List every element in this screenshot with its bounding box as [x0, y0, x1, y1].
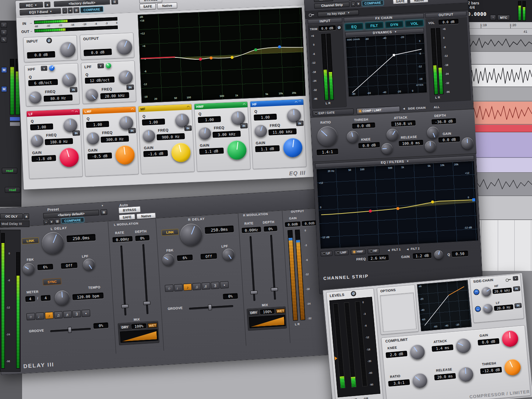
r-fbk-value[interactable]: 6% — [177, 255, 193, 261]
gain-knob[interactable] — [115, 145, 135, 165]
filt2-tab[interactable]: FILT 2 — [411, 247, 420, 251]
freq-value[interactable]: 11.00 kHz — [268, 128, 297, 135]
hf-listen-button[interactable]: ◠ — [473, 289, 479, 295]
band-shape-icon[interactable]: ◠ — [243, 103, 246, 106]
l-groove-slider[interactable] — [50, 328, 91, 332]
r-depth-slider[interactable] — [270, 235, 276, 300]
preset-prev-button[interactable]: - — [351, 1, 356, 7]
r-rate-slider[interactable] — [250, 236, 256, 301]
track-lane[interactable] — [465, 87, 532, 101]
l-lpf-knob[interactable] — [83, 258, 95, 271]
compare-button[interactable]: COMPARE — [61, 217, 84, 223]
gain-knob[interactable] — [171, 142, 191, 162]
release-value[interactable]: 100.0 ms — [399, 140, 423, 146]
preset-selector[interactable]: <factory default> — [54, 0, 110, 7]
insert-selector-button[interactable]: OC DLY — [0, 213, 23, 219]
gain-knob[interactable] — [59, 147, 79, 167]
q-value[interactable]: 1.00 — [198, 116, 221, 123]
ratio-knob[interactable] — [412, 372, 428, 388]
lpf-freq-knob[interactable] — [85, 88, 98, 101]
transfer-curve-graph[interactable]: dB -20 -40 -60 -60 -40 -20 — [417, 280, 472, 332]
freq-knob[interactable] — [87, 132, 99, 145]
insert-position-button[interactable]: a — [44, 1, 50, 7]
vol-value[interactable]: 0.0 dB — [438, 19, 459, 25]
input-gain-knob[interactable] — [60, 42, 76, 58]
r-link-button[interactable]: LINK — [161, 229, 179, 236]
eq-q-value[interactable]: 0.50 — [452, 251, 468, 257]
gain-knob[interactable] — [501, 330, 519, 347]
freq-knob[interactable] — [198, 127, 211, 140]
compare-button[interactable]: COMPARE — [80, 6, 103, 13]
whole-note-button[interactable]: ○ — [165, 285, 174, 292]
track-clip-salmon[interactable] — [465, 102, 532, 124]
knee-knob[interactable] — [381, 143, 393, 155]
quarter-note-button[interactable]: ♩ — [35, 312, 44, 319]
mute-button[interactable]: M — [1, 67, 7, 73]
band-tab-hf[interactable]: HF — [367, 248, 380, 254]
tempo-value[interactable]: 120.00 bpm — [73, 293, 104, 300]
quarter-note-button[interactable]: ♩ — [174, 284, 183, 291]
whole-note-button[interactable]: ○ — [27, 313, 35, 320]
r-lpf-knob[interactable] — [222, 248, 235, 261]
gain-knob[interactable] — [283, 138, 303, 158]
attack-knob[interactable] — [386, 128, 399, 141]
gain-value[interactable]: -1.6 dB — [143, 150, 168, 157]
track-clip-white[interactable] — [465, 65, 532, 87]
preset-next-button[interactable]: + — [49, 219, 54, 224]
gain-value[interactable]: 0.0 dB — [438, 137, 460, 143]
clock-icon[interactable]: ◔ — [490, 15, 496, 20]
l-mix-wedge-slider[interactable] — [120, 329, 158, 343]
plugin-selector[interactable]: EQ3 7-Band▾ — [20, 8, 61, 15]
librarian-menu-icon[interactable]: ▦ — [101, 209, 108, 215]
l-link-button[interactable]: LINK — [22, 237, 39, 244]
compare-button[interactable]: COMPARE — [362, 0, 384, 6]
native-selector[interactable]: Native — [137, 212, 156, 219]
r-depth-value[interactable]: 0% — [264, 226, 277, 232]
attack-value[interactable]: 1.4 ms — [431, 345, 453, 352]
options-box[interactable] — [380, 292, 417, 332]
ratio-knob[interactable] — [317, 126, 338, 147]
l-fbk-knob[interactable] — [22, 263, 35, 275]
dotted-note-button[interactable]: • — [81, 310, 90, 317]
l-delay-time-value[interactable]: 250.0ms — [67, 234, 96, 243]
track-selector[interactable]: MX▾ — [314, 0, 333, 2]
gain-knob[interactable] — [461, 137, 474, 150]
grid-tool-icon[interactable]: ≡ — [1, 29, 7, 35]
dotted-note-button[interactable]: • — [220, 281, 229, 289]
q-value[interactable]: 1.00 — [254, 114, 277, 121]
settings-menu-icon[interactable]: ▦ — [73, 7, 80, 13]
thresh-knob[interactable] — [346, 131, 359, 143]
hf-freq-knob[interactable] — [481, 286, 492, 297]
safe-button[interactable]: SAFE — [140, 3, 156, 10]
strip-eq-graph[interactable]: 20 Hz 50 100 500 1k 5k 10k 20k +12 0 -12… — [316, 161, 479, 249]
knee-value[interactable]: 0.0 dB — [358, 142, 380, 148]
preset-prev-button[interactable]: - — [43, 219, 49, 225]
freq-knob[interactable] — [254, 124, 267, 137]
q-value[interactable]: 1.00 — [30, 123, 53, 130]
eq-curve-display[interactable]: dB +18+12+60-6-12-18 20 50 100 500 1k 5k… — [138, 8, 306, 103]
wet-button[interactable]: WET — [276, 308, 285, 314]
preset-next-button[interactable]: + — [68, 8, 73, 14]
depth-knob[interactable] — [427, 127, 439, 139]
gain-value[interactable]: 1.1 dB — [199, 148, 224, 155]
hf-freq-value[interactable]: 20.0 kHz — [493, 287, 512, 294]
preset-prev-button[interactable]: - — [62, 8, 67, 14]
r-mix-wedge-slider[interactable] — [249, 315, 286, 328]
band-in-button[interactable]: IN — [296, 121, 304, 126]
chevron-down-icon[interactable]: ▾ — [102, 204, 103, 207]
lpf-enable-knob[interactable] — [106, 63, 112, 68]
freq-knob[interactable] — [31, 134, 43, 147]
tempo-knob[interactable] — [54, 290, 70, 306]
output-gain-knob[interactable] — [116, 39, 133, 55]
safe-button[interactable]: SAFE — [119, 214, 135, 220]
lpf-slope-value[interactable]: 12 dB/oct — [85, 77, 114, 84]
knee-value[interactable]: 2.0 dB — [385, 351, 407, 358]
listen-icon[interactable]: ▾ — [513, 276, 518, 281]
lf-freq-value[interactable]: 20.0 Hz — [494, 304, 514, 311]
gain-knob[interactable] — [227, 140, 247, 160]
l-fbk-value[interactable]: 6% — [38, 264, 53, 271]
hpf-freq-value[interactable]: 80.0 Hz — [44, 95, 73, 102]
plugin-selector[interactable]: Channel Strip — [314, 2, 350, 9]
dry-button[interactable]: DRY — [120, 324, 130, 330]
sixteenth-note-button[interactable]: ♬ — [201, 282, 210, 290]
